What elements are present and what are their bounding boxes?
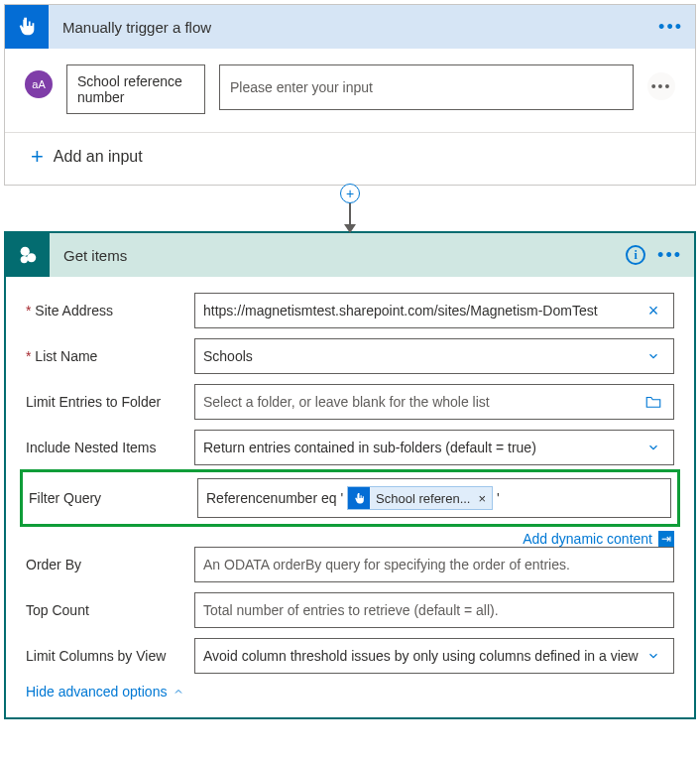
trigger-card: Manually trigger a flow ••• aA School re… [4,4,696,186]
trigger-title: Manually trigger a flow [49,19,658,36]
input-prompt-field[interactable]: Please enter your input [219,64,634,110]
folder-picker-icon[interactable] [642,393,665,411]
list-name-label: List Name [26,348,194,364]
limit-columns-row: Limit Columns by View Avoid column thres… [26,638,674,674]
text-input-type-icon: aA [25,70,53,98]
top-count-row: Top Count Total number of entries to ret… [26,592,674,628]
action-header[interactable]: Get items i ••• [6,233,694,277]
manual-trigger-token-icon [348,487,370,509]
nested-items-label: Include Nested Items [26,440,194,455]
limit-columns-field[interactable]: Avoid column threshold issues by only us… [194,638,674,674]
plus-icon: + [31,147,44,167]
site-address-label: Site Address [26,303,194,318]
list-name-field[interactable]: Schools [194,338,674,374]
order-by-row: Order By An ODATA orderBy query for spec… [26,547,674,582]
list-name-row: List Name Schools [26,338,674,374]
dynamic-token[interactable]: School referen... × [347,486,493,510]
action-title: Get items [50,247,626,264]
top-count-label: Top Count [26,602,194,618]
limit-columns-label: Limit Columns by View [26,648,194,664]
action-card: Get items i ••• Site Address https://mag… [4,231,696,719]
action-menu-button[interactable]: ••• [657,250,682,260]
info-icon[interactable]: i [626,245,645,265]
top-count-field[interactable]: Total number of entries to retrieve (def… [194,592,674,628]
divider [5,132,695,133]
site-address-field[interactable]: https://magnetismtest.sharepoint.com/sit… [194,293,674,328]
sharepoint-icon [6,233,50,277]
trigger-body: aA School reference number Please enter … [5,49,695,185]
input-options-button[interactable]: ••• [647,72,675,100]
list-dropdown-icon[interactable] [642,349,665,363]
svg-point-2 [21,256,28,263]
action-body: Site Address https://magnetismtest.share… [6,277,694,717]
filter-query-field[interactable]: Referencenumber eq ' School referen... ×… [197,478,671,518]
insert-step-button[interactable]: + [340,184,360,203]
site-address-row: Site Address https://magnetismtest.share… [26,293,674,328]
nested-items-row: Include Nested Items Return entries cont… [26,430,674,465]
nested-dropdown-icon[interactable] [642,441,665,454]
dynamic-content-row: Add dynamic content ⇥ [26,531,674,547]
limit-folder-label: Limit Entries to Folder [26,394,194,410]
limit-columns-dropdown-icon[interactable] [642,649,665,663]
arrow-down-icon [344,224,356,233]
filter-query-label: Filter Query [29,490,197,506]
order-by-label: Order By [26,557,194,572]
clear-site-button[interactable]: × [642,301,665,321]
nested-items-field[interactable]: Return entries contained in sub-folders … [194,430,674,465]
add-input-button[interactable]: + Add an input [25,147,675,167]
limit-folder-field[interactable]: Select a folder, or leave blank for the … [194,384,674,420]
dynamic-content-toggle[interactable]: ⇥ [658,531,674,547]
manual-trigger-icon [5,5,49,49]
connector: + [0,186,700,233]
filter-query-highlight: Filter Query Referencenumber eq ' School… [20,469,680,527]
input-name-field[interactable]: School reference number [66,64,205,114]
add-dynamic-content-link[interactable]: Add dynamic content [523,531,652,547]
svg-point-1 [27,253,36,262]
trigger-menu-button[interactable]: ••• [658,22,683,32]
remove-token-button[interactable]: × [478,491,486,506]
trigger-header[interactable]: Manually trigger a flow ••• [5,5,695,49]
chevron-up-icon [173,686,184,698]
hide-advanced-toggle[interactable]: Hide advanced options [26,684,674,699]
order-by-field[interactable]: An ODATA orderBy query for specifying th… [194,547,674,582]
filter-query-row: Filter Query Referencenumber eq ' School… [29,478,671,518]
limit-folder-row: Limit Entries to Folder Select a folder,… [26,384,674,420]
